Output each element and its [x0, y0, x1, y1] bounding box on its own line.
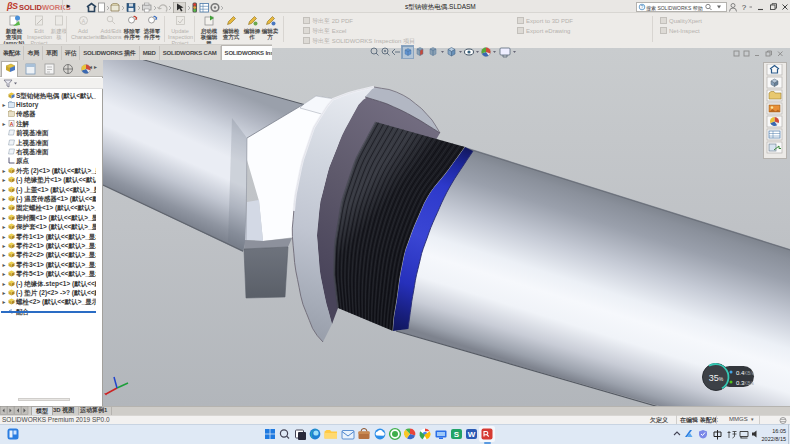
svg-text:S: S	[454, 430, 460, 439]
svg-text:?: ?	[742, 3, 747, 12]
svg-text:?: ?	[641, 4, 644, 10]
svg-text:A: A	[10, 120, 14, 126]
svg-text:0.3KB/s: 0.3KB/s	[736, 380, 755, 386]
svg-text:A: A	[81, 18, 85, 24]
svg-text:W: W	[468, 430, 476, 439]
svg-text:0.4KB/s: 0.4KB/s	[736, 370, 755, 376]
